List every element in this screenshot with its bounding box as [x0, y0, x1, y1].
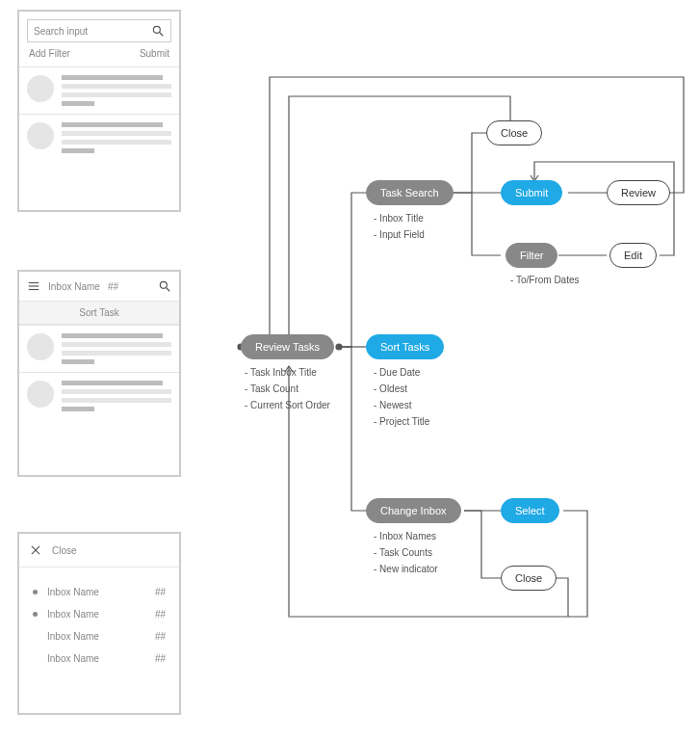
inbox-row[interactable]: Inbox Name ## — [19, 647, 179, 670]
svg-point-0 — [153, 26, 160, 33]
node-filter[interactable]: Filter — [506, 243, 557, 268]
inbox-name: Inbox Name — [47, 653, 145, 664]
inbox-name-label: Inbox Name — [48, 281, 100, 292]
svg-line-6 — [167, 288, 170, 292]
avatar — [27, 75, 54, 102]
node-close-top[interactable]: Close — [486, 120, 542, 145]
search-placeholder: Search input — [34, 26, 88, 37]
inbox-count: ## — [155, 609, 166, 620]
node-review-tasks[interactable]: Review Tasks — [241, 334, 334, 359]
svg-line-1 — [160, 33, 164, 37]
avatar — [27, 333, 54, 360]
item-lines — [62, 75, 171, 106]
inbox-row[interactable]: Inbox Name ## — [19, 581, 179, 603]
inbox-row[interactable]: Inbox Name ## — [19, 603, 179, 625]
inbox-name: Inbox Name — [47, 609, 145, 620]
item-lines — [62, 122, 171, 153]
filter-row: Add Filter Submit — [27, 46, 171, 61]
list-item[interactable] — [19, 66, 179, 114]
details-change-inbox: Inbox Names Task Counts New indicator — [374, 528, 438, 577]
close-icon — [29, 543, 42, 557]
node-edit[interactable]: Edit — [609, 243, 657, 268]
menu-icon[interactable] — [27, 279, 40, 293]
details-review-tasks: Task Inbox Title Task Count Current Sort… — [245, 364, 330, 413]
details-sort-tasks: Due Date Oldest Newest Project Title — [374, 364, 429, 430]
new-indicator-icon — [33, 612, 38, 617]
wireframe-menu-card: Close Inbox Name ## Inbox Name ## Inbox … — [17, 532, 181, 715]
avatar — [27, 122, 54, 149]
wireframe-inbox-card: Inbox Name ## Sort Task — [17, 270, 181, 477]
search-input-row[interactable]: Search input — [27, 19, 171, 42]
details-task-search: Inbox Title Input Field — [374, 210, 425, 243]
wireframe-search-card: Search input Add Filter Submit — [17, 10, 181, 212]
node-close-bottom[interactable]: Close — [501, 566, 557, 591]
sort-task-bar[interactable]: Sort Task — [19, 301, 179, 325]
inbox-count: ## — [155, 587, 166, 597]
sort-task-label: Sort Task — [79, 307, 119, 318]
inbox-name: Inbox Name — [47, 587, 145, 597]
node-select[interactable]: Select — [501, 498, 559, 523]
new-indicator-icon — [33, 656, 38, 661]
add-filter-link[interactable]: Add Filter — [29, 48, 70, 59]
inbox-count: ## — [155, 631, 166, 642]
search-icon — [151, 24, 165, 38]
list-item[interactable] — [19, 372, 179, 419]
node-sort-tasks[interactable]: Sort Tasks — [366, 334, 444, 359]
item-lines — [62, 333, 171, 364]
new-indicator-icon — [33, 634, 38, 639]
search-icon[interactable] — [158, 279, 171, 293]
node-change-inbox[interactable]: Change Inbox — [366, 498, 461, 523]
svg-point-5 — [160, 281, 167, 288]
details-filter: To/From Dates — [510, 272, 580, 288]
close-label: Close — [52, 545, 77, 556]
list-item[interactable] — [19, 114, 179, 161]
close-row[interactable]: Close — [19, 534, 179, 567]
item-lines — [62, 381, 171, 411]
submit-link[interactable]: Submit — [140, 48, 169, 59]
node-task-search[interactable]: Task Search — [366, 180, 454, 205]
inbox-count: ## — [155, 653, 166, 664]
node-review[interactable]: Review — [607, 180, 670, 205]
flowchart: Close Task Search Inbox Title Input Fiel… — [221, 0, 700, 739]
inbox-header: Inbox Name ## — [19, 272, 179, 301]
new-indicator-icon — [33, 590, 38, 594]
list-item[interactable] — [19, 325, 179, 372]
svg-point-10 — [336, 344, 342, 350]
inbox-count: ## — [108, 281, 118, 292]
node-submit[interactable]: Submit — [501, 180, 562, 205]
inbox-name: Inbox Name — [47, 631, 145, 642]
avatar — [27, 381, 54, 408]
inbox-row[interactable]: Inbox Name ## — [19, 625, 179, 647]
